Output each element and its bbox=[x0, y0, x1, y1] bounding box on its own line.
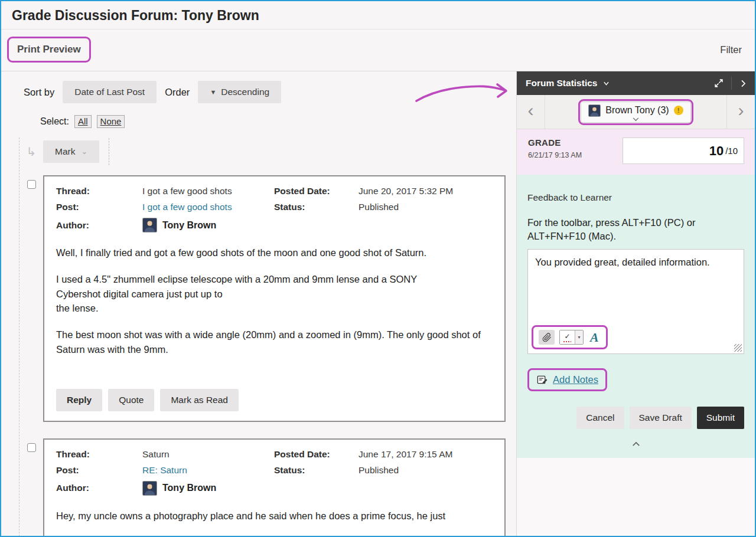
expand-button[interactable] bbox=[713, 78, 724, 89]
posted-date-label: Posted Date: bbox=[274, 186, 359, 197]
dashed-divider bbox=[109, 138, 109, 165]
post-paragraph: Hey, my uncle owns a photography place a… bbox=[56, 509, 493, 523]
next-student-button[interactable]: › bbox=[726, 95, 755, 129]
select-none-link[interactable]: None bbox=[97, 115, 125, 128]
action-bar: Print Preview Filter bbox=[1, 30, 755, 71]
status-value: Published bbox=[359, 465, 493, 476]
avatar bbox=[588, 104, 601, 117]
status-value: Published bbox=[359, 202, 493, 212]
sort-by-value: Date of Last Post bbox=[74, 87, 145, 97]
posted-date-label: Posted Date: bbox=[274, 449, 359, 460]
mark-button[interactable]: Mark ⌄ bbox=[43, 140, 99, 163]
needs-grading-icon: ! bbox=[674, 106, 683, 115]
spellcheck-button[interactable]: ✓ bbox=[560, 330, 575, 344]
spellcheck-group: ✓ ▾ bbox=[559, 330, 584, 345]
cancel-button[interactable]: Cancel bbox=[576, 407, 624, 429]
save-draft-button[interactable]: Save Draft bbox=[630, 407, 692, 429]
feedback-editor: You provided great, detailed information… bbox=[527, 249, 744, 354]
forum-statistics-panel: Forum Statistics ‹ bbox=[516, 71, 755, 536]
status-label: Status: bbox=[274, 202, 359, 212]
post-meta: Thread: I got a few good shots Posted Da… bbox=[56, 186, 493, 233]
editor-toolbar-row: ✓ ▾ A bbox=[528, 324, 744, 353]
author-cell: Tony Brown bbox=[142, 481, 493, 496]
post-meta: Thread: Saturn Posted Date: June 17, 201… bbox=[56, 449, 493, 496]
post-label: Post: bbox=[56, 465, 142, 476]
collapse-up-button[interactable] bbox=[632, 440, 640, 448]
attach-file-button[interactable] bbox=[539, 330, 555, 345]
order-label: Order bbox=[165, 87, 190, 98]
post-title-link[interactable]: RE: Saturn bbox=[142, 465, 274, 476]
header-divider bbox=[731, 77, 732, 90]
post-select-checkbox[interactable] bbox=[27, 443, 36, 452]
annotation-box-toolbar: ✓ ▾ A bbox=[532, 325, 608, 349]
select-controls: Select: All None bbox=[40, 115, 516, 128]
student-selector[interactable]: Brown Tony (3) ! bbox=[581, 101, 690, 123]
forum-statistics-title[interactable]: Forum Statistics bbox=[526, 78, 597, 89]
order-button[interactable]: ▼ Descending bbox=[198, 81, 281, 103]
posted-date-value: June 17, 2017 9:15 AM bbox=[359, 449, 493, 460]
spellcheck-icon: ✓ bbox=[564, 333, 570, 340]
post-paragraph: The best moon shot was with a wide angle… bbox=[56, 328, 493, 357]
student-name: Brown Tony (3) bbox=[605, 105, 669, 116]
avatar bbox=[142, 218, 157, 233]
post-row: Thread: I got a few good shots Posted Da… bbox=[19, 175, 516, 422]
student-navigation: ‹ Brown Tony (3) ! › bbox=[517, 95, 755, 129]
submit-button[interactable]: Submit bbox=[697, 407, 744, 429]
text-style-button[interactable]: A bbox=[588, 331, 601, 344]
grade-date: 6/21/17 9:13 AM bbox=[528, 151, 582, 159]
main-area: Sort by Date of Last Post Order ▼ Descen… bbox=[1, 71, 755, 536]
post-paragraph: Well, I finally tried and got a few good… bbox=[56, 245, 493, 260]
descending-icon: ▼ bbox=[210, 89, 216, 96]
post-body: Hey, my uncle owns a photography place a… bbox=[56, 509, 493, 523]
grade-info: GRADE 6/21/17 9:13 AM bbox=[528, 137, 582, 164]
font-a-icon: A bbox=[590, 330, 599, 345]
avatar bbox=[142, 481, 157, 496]
status-label: Status: bbox=[274, 465, 359, 476]
mark-as-read-button[interactable]: Mark as Read bbox=[160, 389, 238, 411]
post-actions: Reply Quote Mark as Read bbox=[56, 389, 493, 411]
chevron-down-icon bbox=[633, 117, 639, 122]
quote-button[interactable]: Quote bbox=[108, 389, 154, 411]
grade-discussion-forum-page: Grade Discussion Forum: Tony Brown Print… bbox=[0, 0, 756, 537]
panel-header-actions bbox=[713, 77, 748, 90]
panel-empty-area bbox=[517, 458, 755, 536]
author-name: Tony Brown bbox=[162, 220, 216, 231]
post-select-rail bbox=[19, 438, 43, 536]
post-card: Thread: I got a few good shots Posted Da… bbox=[43, 175, 506, 422]
filter-link[interactable]: Filter bbox=[720, 44, 742, 55]
author-label: Author: bbox=[56, 483, 142, 493]
student-nav-center: Brown Tony (3) ! bbox=[545, 95, 726, 129]
resize-handle[interactable] bbox=[734, 344, 742, 352]
grade-max: /10 bbox=[725, 146, 738, 156]
mark-row: ↳ Mark ⌄ bbox=[19, 137, 516, 166]
reply-button[interactable]: Reply bbox=[56, 389, 102, 411]
print-preview-button[interactable]: Print Preview bbox=[9, 38, 89, 61]
grade-input[interactable] bbox=[641, 143, 724, 159]
select-label: Select: bbox=[40, 116, 69, 127]
posts-list-region: ↳ Mark ⌄ Thread: bbox=[19, 137, 516, 536]
thread-list-region: Sort by Date of Last Post Order ▼ Descen… bbox=[1, 71, 516, 536]
grade-section: GRADE 6/21/17 9:13 AM /10 bbox=[517, 129, 755, 175]
feedback-section: Feedback to Learner For the toolbar, pre… bbox=[517, 175, 755, 458]
thread-value: Saturn bbox=[142, 449, 274, 460]
annotation-box-add-notes: Add Notes bbox=[527, 368, 607, 391]
posts-list: Thread: I got a few good shots Posted Da… bbox=[19, 175, 516, 536]
feedback-label: Feedback to Learner bbox=[527, 192, 744, 203]
feedback-text-input[interactable]: You provided great, detailed information… bbox=[528, 250, 744, 324]
chevron-down-icon bbox=[602, 80, 610, 87]
page-title: Grade Discussion Forum: Tony Brown bbox=[12, 8, 744, 24]
add-notes-link[interactable]: Add Notes bbox=[553, 374, 598, 385]
order-value: Descending bbox=[221, 87, 269, 97]
author-label: Author: bbox=[56, 220, 142, 231]
sort-controls: Sort by Date of Last Post Order ▼ Descen… bbox=[24, 81, 516, 103]
sort-by-label: Sort by bbox=[24, 87, 54, 98]
select-all-link[interactable]: All bbox=[74, 115, 92, 128]
chevron-down-icon: ⌄ bbox=[81, 149, 87, 154]
paperclip-icon bbox=[542, 333, 552, 342]
post-title-link[interactable]: I got a few good shots bbox=[142, 202, 274, 212]
collapse-panel-button[interactable] bbox=[739, 78, 748, 89]
spellcheck-dropdown-button[interactable]: ▾ bbox=[575, 330, 583, 344]
post-select-checkbox[interactable] bbox=[27, 180, 36, 189]
sort-by-button[interactable]: Date of Last Post bbox=[63, 81, 157, 103]
previous-student-button[interactable]: ‹ bbox=[517, 95, 545, 129]
